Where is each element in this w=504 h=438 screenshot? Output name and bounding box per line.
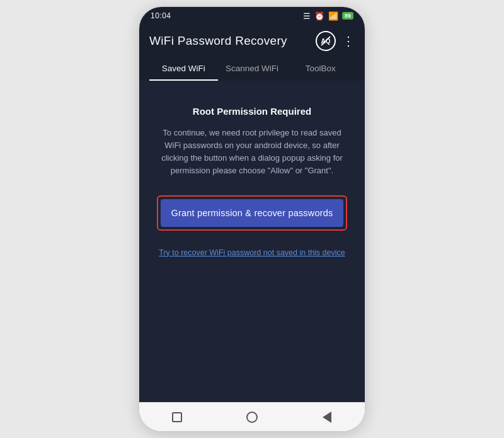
tab-toolbox[interactable]: ToolBox <box>286 57 355 81</box>
signal-icon: ☰ <box>303 11 311 21</box>
app-content: Root Permission Required To continue, we… <box>139 81 365 402</box>
wifi-icon: 📶 <box>328 11 338 21</box>
grant-permission-button[interactable]: Grant permission & recover passwords <box>161 199 343 227</box>
aq-label: AQ <box>321 38 331 45</box>
permission-card: Root Permission Required To continue, we… <box>157 106 347 257</box>
recover-link[interactable]: Try to recover WiFi password not saved i… <box>159 248 345 257</box>
tab-scanned-wifi[interactable]: Scanned WiFi <box>218 57 287 81</box>
phone-frame: 10:04 ☰ ⏰ 📶 89 WiFi Password Recovery AQ… <box>139 6 365 432</box>
nav-home-icon[interactable] <box>245 410 259 424</box>
status-time: 10:04 <box>151 11 171 20</box>
more-options-icon[interactable]: ⋮ <box>342 35 355 47</box>
permission-title: Root Permission Required <box>193 106 311 117</box>
app-title: WiFi Password Recovery <box>149 34 287 48</box>
tabs: Saved WiFi Scanned WiFi ToolBox <box>149 57 355 81</box>
nav-recent-apps-icon[interactable] <box>170 410 184 424</box>
nav-bar <box>139 402 365 431</box>
app-title-row: WiFi Password Recovery AQ ⋮ <box>149 31 355 51</box>
alarm-icon: ⏰ <box>314 11 324 21</box>
header-icons: AQ ⋮ <box>316 31 355 51</box>
tab-saved-wifi[interactable]: Saved WiFi <box>149 57 218 81</box>
status-icons: ☰ ⏰ 📶 89 <box>303 11 353 21</box>
battery-badge: 89 <box>342 12 353 20</box>
app-header: WiFi Password Recovery AQ ⋮ Saved WiFi S… <box>139 25 365 81</box>
grant-button-wrapper: Grant permission & recover passwords <box>157 195 347 231</box>
permission-description: To continue, we need root privilege to r… <box>157 127 347 178</box>
nav-back-icon[interactable] <box>320 410 334 424</box>
aq-badge[interactable]: AQ <box>316 31 336 51</box>
status-bar: 10:04 ☰ ⏰ 📶 89 <box>139 7 365 25</box>
